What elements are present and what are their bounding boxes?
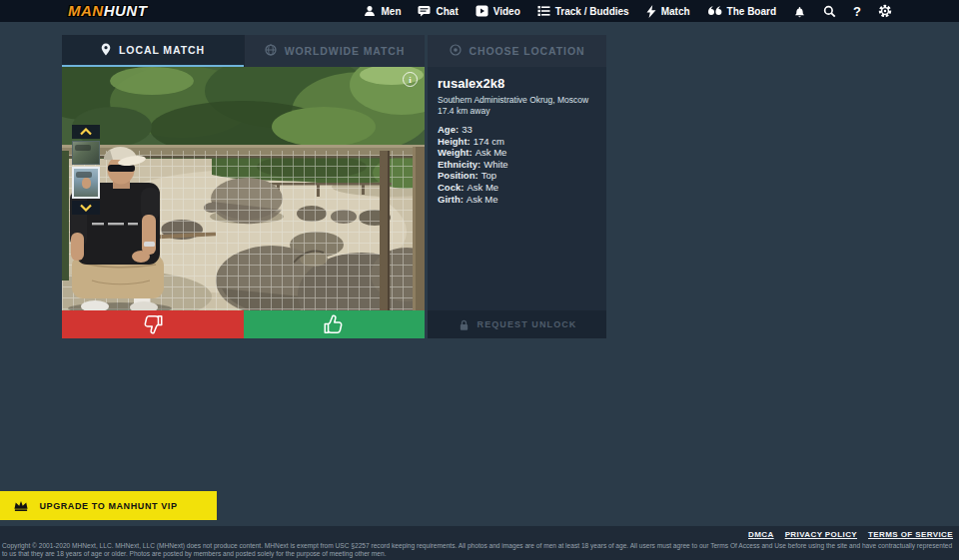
nav-video-label: Video: [493, 6, 520, 17]
nav-video[interactable]: Video: [476, 5, 520, 17]
stat-position-value: Top: [481, 170, 496, 181]
photo-thumbnail-1[interactable]: [72, 141, 100, 165]
quote-icon: [707, 6, 722, 17]
nav-track-buddies-label: Track / Buddies: [555, 6, 629, 17]
stat-height: Height:174 cm: [438, 136, 596, 148]
photo-thumbnail-2-selected[interactable]: [72, 167, 100, 199]
stat-ethnicity-label: Ethnicity:: [438, 159, 480, 170]
list-icon: [537, 5, 550, 17]
request-unlock-button[interactable]: REQUEST UNLOCK: [428, 310, 606, 338]
manhunt-app: MANHUNT Men Chat Video: [0, 0, 959, 560]
nav-the-board[interactable]: The Board: [707, 6, 776, 17]
tab-worldwide-match[interactable]: WORLDWIDE MATCH: [244, 35, 425, 67]
tab-choose-location-label: CHOOSE LOCATION: [470, 45, 585, 57]
profile-location: Southern Administrative Okrug, Moscow: [438, 95, 596, 106]
top-nav-menu: Men Chat Video Track / Buddies: [364, 0, 892, 22]
stat-position-label: Position:: [438, 170, 479, 181]
nav-the-board-label: The Board: [727, 6, 776, 17]
stat-cock: Cock:Ask Me: [438, 182, 596, 194]
stat-ethnicity-value: White: [483, 159, 507, 170]
thumbs-down-icon: [141, 312, 165, 336]
target-icon: [450, 44, 462, 58]
tab-worldwide-match-label: WORLDWIDE MATCH: [285, 45, 406, 57]
search-icon[interactable]: [823, 5, 836, 18]
dislike-button[interactable]: [62, 310, 244, 338]
photo-scene: [62, 67, 425, 310]
stat-girth: Girth:Ask Me: [438, 194, 596, 206]
match-tabs: LOCAL MATCH WORLDWIDE MATCH CHOOSE LOCAT…: [62, 35, 606, 67]
profile-details-panel: rusalex2k8 Southern Administrative Okrug…: [428, 67, 606, 338]
stat-age-value: 33: [462, 124, 473, 135]
manhunt-logo[interactable]: MANHUNT: [68, 2, 147, 19]
stat-cock-value: Ask Me: [467, 182, 498, 193]
lightning-icon: [646, 5, 656, 18]
help-icon[interactable]: ?: [853, 4, 861, 19]
tab-local-match-label: LOCAL MATCH: [119, 44, 205, 56]
photo-prev-button[interactable]: [72, 125, 100, 139]
footer-link-privacy-policy[interactable]: PRIVACY POLICY: [785, 530, 857, 539]
stat-girth-label: Girth:: [438, 194, 464, 205]
footer: DMCA PRIVACY POLICY TERMS OF SERVICE Cop…: [0, 526, 959, 560]
stat-ethnicity: Ethnicity:White: [438, 159, 596, 171]
request-unlock-label: REQUEST UNLOCK: [478, 319, 577, 329]
photo-info-button[interactable]: i: [403, 72, 418, 87]
nav-match[interactable]: Match: [646, 5, 690, 18]
nav-men[interactable]: Men: [364, 5, 401, 17]
footer-link-terms-of-service[interactable]: TERMS OF SERVICE: [868, 530, 953, 539]
stat-weight-label: Weight:: [438, 147, 473, 158]
like-button[interactable]: [244, 310, 426, 338]
logo-part-man: MAN: [68, 2, 104, 19]
match-photo-column: i: [62, 67, 425, 338]
thumbs-up-icon: [322, 312, 346, 336]
globe-icon: [265, 44, 277, 58]
notifications-icon[interactable]: [793, 5, 806, 18]
profile-stats: Age:33 Height:174 cm Weight:Ask Me Ethni…: [438, 124, 596, 205]
top-nav-bar: MANHUNT Men Chat Video: [0, 0, 959, 22]
profile-distance: 17.4 km away: [438, 106, 596, 117]
settings-icon[interactable]: [878, 4, 892, 18]
stat-position: Position:Top: [438, 170, 596, 182]
chevron-down-icon: [79, 204, 93, 212]
footer-links: DMCA PRIVACY POLICY TERMS OF SERVICE: [748, 530, 953, 539]
nav-track-buddies[interactable]: Track / Buddies: [537, 5, 629, 17]
photo-thumbnail-strip: [72, 125, 100, 215]
stat-age: Age:33: [438, 124, 596, 136]
info-icon: i: [409, 75, 412, 85]
footer-link-dmca[interactable]: DMCA: [748, 530, 774, 539]
nav-chat-label: Chat: [436, 6, 458, 17]
stat-cock-label: Cock:: [438, 182, 464, 193]
stat-age-label: Age:: [438, 124, 459, 135]
pin-icon: [101, 43, 111, 58]
nav-match-label: Match: [661, 6, 690, 17]
stat-girth-value: Ask Me: [467, 194, 498, 205]
photo-next-button[interactable]: [72, 201, 100, 215]
upgrade-vip-button[interactable]: UPGRADE TO MANHUNT VIP: [0, 491, 217, 520]
stat-weight-value: Ask Me: [476, 147, 507, 158]
logo-part-hunt: HUNT: [104, 2, 148, 19]
help-glyph: ?: [853, 4, 861, 19]
nav-men-label: Men: [381, 6, 401, 17]
footer-copyright: Copyright © 2001-2020 MHNext, LLC. MHNex…: [2, 542, 957, 557]
lock-icon: [458, 318, 471, 331]
upgrade-vip-label: UPGRADE TO MANHUNT VIP: [0, 491, 217, 520]
profile-info: rusalex2k8 Southern Administrative Okrug…: [428, 67, 606, 205]
stat-weight: Weight:Ask Me: [438, 147, 596, 159]
profile-photo: i: [62, 67, 425, 310]
chevron-up-icon: [79, 128, 93, 136]
nav-chat[interactable]: Chat: [418, 5, 458, 17]
tab-local-match[interactable]: LOCAL MATCH: [62, 35, 244, 67]
match-action-bar: [62, 310, 425, 338]
tab-choose-location[interactable]: CHOOSE LOCATION: [428, 35, 606, 67]
chat-icon: [418, 5, 431, 17]
stat-height-label: Height:: [438, 136, 471, 147]
profile-username: rusalex2k8: [438, 76, 596, 91]
stat-height-value: 174 cm: [474, 136, 504, 147]
men-icon: [364, 5, 376, 17]
video-icon: [476, 5, 488, 17]
